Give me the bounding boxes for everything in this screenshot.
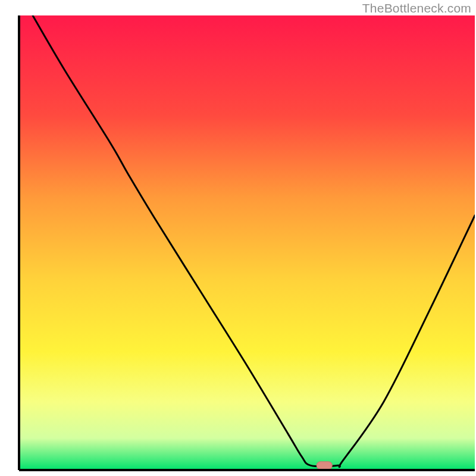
gradient-background: [19, 15, 475, 470]
selection-marker: [317, 462, 332, 469]
watermark-text: TheBottleneck.com: [362, 1, 471, 15]
bottleneck-chart: [0, 0, 476, 476]
chart-container: TheBottleneck.com: [0, 0, 476, 476]
